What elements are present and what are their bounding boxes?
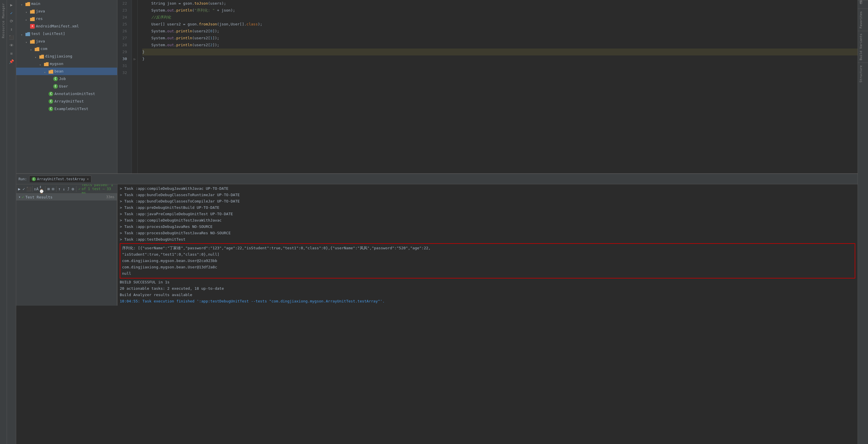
line-num-22: 22: [118, 0, 129, 7]
gutter-30[interactable]: ▷: [132, 56, 137, 62]
bottom-content: ▶ ✓ ⬛ ↕A ↕⌚ ⊞ ⊟ ↑ ↓ ⤴ ⚙: [16, 184, 858, 306]
gutter-32: [132, 69, 137, 76]
right-panel-tab-translate[interactable]: 译 若+: [858, 0, 868, 9]
bottom-panel: Run: C ArrayUnitTest.testArray × ▶ ✓ ⬛: [16, 173, 858, 306]
console-build-success: BUILD SUCCESSFUL in 1s: [120, 279, 855, 285]
line-num-23: 23: [118, 7, 129, 14]
console-task-finished[interactable]: 10:04:55: Task execution finished ':app:…: [120, 298, 855, 305]
tree-item-annotation[interactable]: C AnnotationUnitTest: [16, 90, 117, 98]
tree-item-java[interactable]: java: [16, 7, 117, 15]
right-panel-tab-favorites[interactable]: Favorites: [858, 9, 868, 31]
tab-icon: C: [32, 177, 36, 181]
chevron-test: [21, 32, 25, 36]
console-task-7: > Task :app:processDebugJavaRes NO-SOURC…: [120, 224, 855, 230]
console-task-9: > Task :app:testDebugUnitTest: [120, 236, 855, 243]
tree-label-java: java: [36, 8, 45, 14]
collapse-btn[interactable]: ⊟: [51, 185, 55, 193]
run-icon[interactable]: ▶: [8, 1, 15, 9]
console-panel[interactable]: > Task :app:compileDebugJavaWithJavac UP…: [118, 184, 858, 306]
tree-label-java2: java: [36, 38, 45, 44]
left-icon-strip: ▶ ✓ ⟳ ↕ ⬛ 👁 ≡ 📌: [7, 0, 16, 444]
xml-icon: M: [30, 24, 35, 29]
tree-item-user[interactable]: C User: [16, 82, 117, 90]
tree-label-annotation: AnnotationUnitTest: [54, 91, 95, 97]
toolbar-sep-2: [45, 186, 45, 192]
tree-item-test[interactable]: test [unitTest]: [16, 30, 117, 38]
export-btn[interactable]: ⤴: [66, 185, 70, 193]
rerun-icon[interactable]: ⟳: [8, 17, 15, 25]
pin-icon[interactable]: 📌: [8, 58, 15, 65]
right-panel-tab-build-variants[interactable]: Build Variants: [858, 31, 868, 63]
test-results-header[interactable]: ▾ ✓ Test Results 33ms: [16, 194, 117, 201]
chevron-main: [21, 2, 25, 6]
resource-manager-label: Resource Manager: [1, 3, 5, 38]
gutter-25: [132, 21, 137, 28]
tree-item-com[interactable]: com: [16, 45, 117, 53]
list-icon[interactable]: ≡: [8, 50, 15, 57]
tree-item-dingjiaxiong[interactable]: dingjiaxiong: [16, 53, 117, 60]
prev-fail-btn[interactable]: ↑: [58, 185, 62, 193]
test-results-column: ▶ ✓ ⬛ ↕A ↕⌚ ⊞ ⊟ ↑ ↓ ⤴ ⚙: [16, 184, 118, 306]
tree-item-bean[interactable]: bean: [16, 68, 117, 75]
run-tab-bar: Run: C ArrayUnitTest.testArray ×: [16, 174, 858, 184]
line-num-25: 25: [118, 21, 129, 28]
right-panel-tab-structure[interactable]: Structure: [858, 63, 868, 85]
code-line-27: System.out.println(users2[0]);: [142, 28, 858, 35]
code-editor: 22 23 24 25 26 27 28 29 30 31 32: [118, 0, 858, 173]
run-tab[interactable]: C ArrayUnitTest.testArray ×: [29, 176, 91, 182]
folder-icon-java2: [30, 39, 35, 44]
tree-item-res[interactable]: res: [16, 15, 117, 23]
console-output-4: com.dingjiaxiong.mygson.bean.User@13df2a…: [122, 264, 853, 270]
test-results-panel: ▾ ✓ Test Results 33ms: [16, 194, 117, 306]
test-results-label: Test Results: [26, 195, 106, 199]
check-icon[interactable]: ✓: [8, 9, 15, 17]
folder-icon-com: [35, 46, 39, 51]
tree-item-array[interactable]: C ArrayUnitTest: [16, 98, 117, 105]
rerun-failed-btn[interactable]: ✓: [22, 185, 26, 193]
sort-alpha-btn[interactable]: ↕A: [34, 185, 39, 193]
chevron-java: [26, 9, 30, 13]
expand-btn[interactable]: ⊞: [46, 185, 51, 193]
tree-item-main[interactable]: main: [16, 0, 117, 7]
gutter-22: [132, 0, 137, 7]
code-line-31: }: [142, 56, 858, 62]
folder-icon-java: [30, 9, 35, 13]
tree-item-java2[interactable]: java: [16, 38, 117, 45]
tree-label-main: main: [31, 1, 40, 7]
chevron-java2: [26, 39, 30, 43]
tree-item-example[interactable]: C ExampleUnitTest: [16, 105, 117, 113]
line-numbers: 22 23 24 25 26 27 28 29 30 31 32: [118, 0, 132, 173]
chevron-res: [26, 17, 30, 21]
class-icon-job: C: [53, 76, 58, 81]
close-tab-button[interactable]: ×: [87, 177, 89, 181]
folder-icon-test: [26, 32, 30, 36]
stop-btn[interactable]: ⬛: [26, 185, 31, 193]
folder-icon-mygson: [44, 62, 49, 66]
stop-icon[interactable]: ⬛: [8, 34, 15, 41]
console-task-3: > Task :app:bundleDebugClassesToCompileJ…: [120, 198, 855, 205]
tree-item-mygson[interactable]: mygson: [16, 60, 117, 68]
sort-dur-btn[interactable]: ↕⌚: [39, 185, 44, 193]
class-icon-user: C: [53, 84, 58, 89]
console-task-4: > Task :app:preDebugUnitTestBuild UP-TO-…: [120, 205, 855, 211]
bottom-toolbar: ▶ ✓ ⬛ ↕A ↕⌚ ⊞ ⊟ ↑ ↓ ⤴ ⚙: [16, 184, 117, 194]
next-fail-btn[interactable]: ↓: [62, 185, 66, 193]
code-content[interactable]: String json = gson.toJson(users); System…: [138, 0, 858, 173]
red-bordered-output: 序列化: [{"userName":"丁家雄","password":"123"…: [120, 243, 855, 278]
sort-icon[interactable]: ↕: [8, 26, 15, 33]
eye-icon[interactable]: 👁: [8, 42, 15, 49]
code-line-26: User[] users2 = gson.fromJson(json,User[…: [142, 21, 858, 28]
gutter-26: [132, 28, 137, 35]
tree-label-mygson: mygson: [50, 61, 63, 67]
code-line-28: System.out.println(users2[1]);: [142, 35, 858, 42]
file-tree-panel: main java res M Andro: [16, 0, 118, 173]
line-num-32: 32: [118, 69, 129, 76]
test-check-icon: ✓: [22, 195, 24, 199]
settings-btn[interactable]: ⚙: [71, 185, 75, 193]
rerun-btn[interactable]: ▶: [18, 185, 22, 193]
line-num-30: 30: [118, 56, 129, 62]
console-task-2: > Task :app:bundleDebugClassesToRuntimeJ…: [120, 192, 855, 198]
tree-item-manifest[interactable]: M AndroidManifest.xml: [16, 23, 117, 30]
tree-item-job[interactable]: C Job: [16, 75, 117, 82]
tree-label-test: test [unitTest]: [31, 31, 65, 37]
